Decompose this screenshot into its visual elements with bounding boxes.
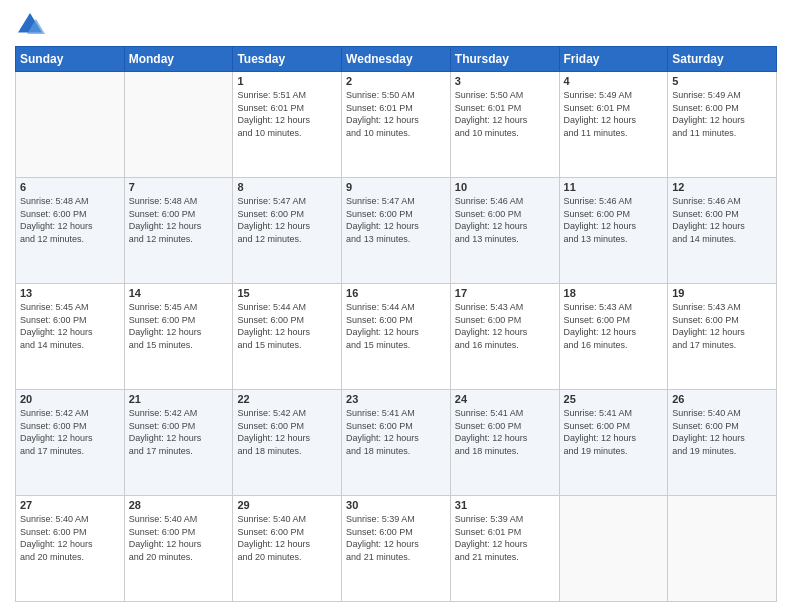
day-cell: 22Sunrise: 5:42 AM Sunset: 6:00 PM Dayli…: [233, 390, 342, 496]
day-cell: 18Sunrise: 5:43 AM Sunset: 6:00 PM Dayli…: [559, 284, 668, 390]
day-cell: 27Sunrise: 5:40 AM Sunset: 6:00 PM Dayli…: [16, 496, 125, 602]
day-info: Sunrise: 5:46 AM Sunset: 6:00 PM Dayligh…: [672, 195, 772, 245]
day-number: 19: [672, 287, 772, 299]
day-info: Sunrise: 5:42 AM Sunset: 6:00 PM Dayligh…: [20, 407, 120, 457]
day-info: Sunrise: 5:45 AM Sunset: 6:00 PM Dayligh…: [129, 301, 229, 351]
day-number: 29: [237, 499, 337, 511]
day-cell: [668, 496, 777, 602]
col-header-friday: Friday: [559, 47, 668, 72]
day-cell: [16, 72, 125, 178]
day-number: 24: [455, 393, 555, 405]
day-number: 11: [564, 181, 664, 193]
week-row-5: 27Sunrise: 5:40 AM Sunset: 6:00 PM Dayli…: [16, 496, 777, 602]
day-info: Sunrise: 5:43 AM Sunset: 6:00 PM Dayligh…: [672, 301, 772, 351]
day-info: Sunrise: 5:40 AM Sunset: 6:00 PM Dayligh…: [672, 407, 772, 457]
day-number: 23: [346, 393, 446, 405]
col-header-sunday: Sunday: [16, 47, 125, 72]
week-row-1: 1Sunrise: 5:51 AM Sunset: 6:01 PM Daylig…: [16, 72, 777, 178]
day-number: 7: [129, 181, 229, 193]
day-cell: 26Sunrise: 5:40 AM Sunset: 6:00 PM Dayli…: [668, 390, 777, 496]
day-info: Sunrise: 5:49 AM Sunset: 6:00 PM Dayligh…: [672, 89, 772, 139]
day-number: 5: [672, 75, 772, 87]
day-number: 13: [20, 287, 120, 299]
day-number: 4: [564, 75, 664, 87]
day-cell: 9Sunrise: 5:47 AM Sunset: 6:00 PM Daylig…: [342, 178, 451, 284]
logo-icon: [15, 10, 45, 40]
day-info: Sunrise: 5:51 AM Sunset: 6:01 PM Dayligh…: [237, 89, 337, 139]
day-number: 6: [20, 181, 120, 193]
day-info: Sunrise: 5:45 AM Sunset: 6:00 PM Dayligh…: [20, 301, 120, 351]
day-info: Sunrise: 5:50 AM Sunset: 6:01 PM Dayligh…: [455, 89, 555, 139]
day-info: Sunrise: 5:47 AM Sunset: 6:00 PM Dayligh…: [237, 195, 337, 245]
day-info: Sunrise: 5:44 AM Sunset: 6:00 PM Dayligh…: [237, 301, 337, 351]
day-cell: 24Sunrise: 5:41 AM Sunset: 6:00 PM Dayli…: [450, 390, 559, 496]
day-number: 20: [20, 393, 120, 405]
day-cell: 30Sunrise: 5:39 AM Sunset: 6:00 PM Dayli…: [342, 496, 451, 602]
day-info: Sunrise: 5:40 AM Sunset: 6:00 PM Dayligh…: [237, 513, 337, 563]
day-cell: 2Sunrise: 5:50 AM Sunset: 6:01 PM Daylig…: [342, 72, 451, 178]
day-cell: 7Sunrise: 5:48 AM Sunset: 6:00 PM Daylig…: [124, 178, 233, 284]
day-info: Sunrise: 5:42 AM Sunset: 6:00 PM Dayligh…: [129, 407, 229, 457]
day-number: 1: [237, 75, 337, 87]
day-cell: 11Sunrise: 5:46 AM Sunset: 6:00 PM Dayli…: [559, 178, 668, 284]
day-cell: 1Sunrise: 5:51 AM Sunset: 6:01 PM Daylig…: [233, 72, 342, 178]
week-row-4: 20Sunrise: 5:42 AM Sunset: 6:00 PM Dayli…: [16, 390, 777, 496]
day-cell: 4Sunrise: 5:49 AM Sunset: 6:01 PM Daylig…: [559, 72, 668, 178]
col-header-saturday: Saturday: [668, 47, 777, 72]
calendar-header-row: SundayMondayTuesdayWednesdayThursdayFrid…: [16, 47, 777, 72]
day-info: Sunrise: 5:48 AM Sunset: 6:00 PM Dayligh…: [20, 195, 120, 245]
day-number: 25: [564, 393, 664, 405]
day-info: Sunrise: 5:46 AM Sunset: 6:00 PM Dayligh…: [455, 195, 555, 245]
col-header-monday: Monday: [124, 47, 233, 72]
day-number: 10: [455, 181, 555, 193]
logo: [15, 10, 49, 40]
day-cell: 28Sunrise: 5:40 AM Sunset: 6:00 PM Dayli…: [124, 496, 233, 602]
day-number: 3: [455, 75, 555, 87]
day-cell: 21Sunrise: 5:42 AM Sunset: 6:00 PM Dayli…: [124, 390, 233, 496]
calendar-table: SundayMondayTuesdayWednesdayThursdayFrid…: [15, 46, 777, 602]
day-info: Sunrise: 5:40 AM Sunset: 6:00 PM Dayligh…: [129, 513, 229, 563]
day-cell: 6Sunrise: 5:48 AM Sunset: 6:00 PM Daylig…: [16, 178, 125, 284]
day-number: 12: [672, 181, 772, 193]
day-cell: 5Sunrise: 5:49 AM Sunset: 6:00 PM Daylig…: [668, 72, 777, 178]
day-info: Sunrise: 5:41 AM Sunset: 6:00 PM Dayligh…: [564, 407, 664, 457]
day-cell: [559, 496, 668, 602]
day-number: 2: [346, 75, 446, 87]
day-info: Sunrise: 5:49 AM Sunset: 6:01 PM Dayligh…: [564, 89, 664, 139]
day-info: Sunrise: 5:42 AM Sunset: 6:00 PM Dayligh…: [237, 407, 337, 457]
day-info: Sunrise: 5:44 AM Sunset: 6:00 PM Dayligh…: [346, 301, 446, 351]
day-info: Sunrise: 5:48 AM Sunset: 6:00 PM Dayligh…: [129, 195, 229, 245]
day-info: Sunrise: 5:41 AM Sunset: 6:00 PM Dayligh…: [346, 407, 446, 457]
day-number: 15: [237, 287, 337, 299]
week-row-3: 13Sunrise: 5:45 AM Sunset: 6:00 PM Dayli…: [16, 284, 777, 390]
day-cell: [124, 72, 233, 178]
day-info: Sunrise: 5:39 AM Sunset: 6:01 PM Dayligh…: [455, 513, 555, 563]
day-cell: 16Sunrise: 5:44 AM Sunset: 6:00 PM Dayli…: [342, 284, 451, 390]
day-info: Sunrise: 5:43 AM Sunset: 6:00 PM Dayligh…: [564, 301, 664, 351]
day-cell: 25Sunrise: 5:41 AM Sunset: 6:00 PM Dayli…: [559, 390, 668, 496]
header: [15, 10, 777, 40]
day-number: 28: [129, 499, 229, 511]
day-info: Sunrise: 5:46 AM Sunset: 6:00 PM Dayligh…: [564, 195, 664, 245]
day-cell: 12Sunrise: 5:46 AM Sunset: 6:00 PM Dayli…: [668, 178, 777, 284]
day-cell: 29Sunrise: 5:40 AM Sunset: 6:00 PM Dayli…: [233, 496, 342, 602]
day-number: 9: [346, 181, 446, 193]
day-number: 21: [129, 393, 229, 405]
day-cell: 23Sunrise: 5:41 AM Sunset: 6:00 PM Dayli…: [342, 390, 451, 496]
day-number: 22: [237, 393, 337, 405]
day-cell: 10Sunrise: 5:46 AM Sunset: 6:00 PM Dayli…: [450, 178, 559, 284]
day-info: Sunrise: 5:40 AM Sunset: 6:00 PM Dayligh…: [20, 513, 120, 563]
day-info: Sunrise: 5:43 AM Sunset: 6:00 PM Dayligh…: [455, 301, 555, 351]
day-number: 27: [20, 499, 120, 511]
day-cell: 31Sunrise: 5:39 AM Sunset: 6:01 PM Dayli…: [450, 496, 559, 602]
col-header-wednesday: Wednesday: [342, 47, 451, 72]
day-cell: 20Sunrise: 5:42 AM Sunset: 6:00 PM Dayli…: [16, 390, 125, 496]
week-row-2: 6Sunrise: 5:48 AM Sunset: 6:00 PM Daylig…: [16, 178, 777, 284]
day-cell: 13Sunrise: 5:45 AM Sunset: 6:00 PM Dayli…: [16, 284, 125, 390]
day-cell: 14Sunrise: 5:45 AM Sunset: 6:00 PM Dayli…: [124, 284, 233, 390]
page: SundayMondayTuesdayWednesdayThursdayFrid…: [0, 0, 792, 612]
day-number: 17: [455, 287, 555, 299]
day-info: Sunrise: 5:47 AM Sunset: 6:00 PM Dayligh…: [346, 195, 446, 245]
day-number: 8: [237, 181, 337, 193]
day-number: 30: [346, 499, 446, 511]
